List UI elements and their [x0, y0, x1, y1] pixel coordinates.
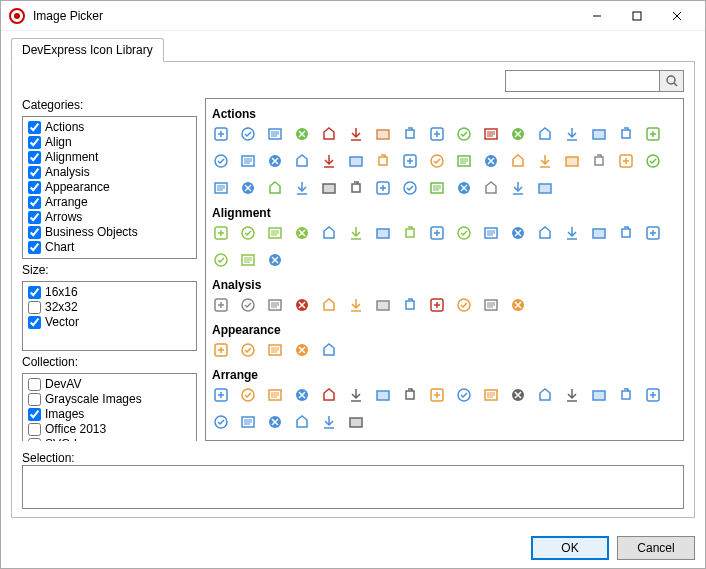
icon-up[interactable]	[536, 179, 553, 196]
icon-cut[interactable]	[563, 125, 580, 142]
icon-grid[interactable]	[401, 152, 418, 169]
category-item-appearance[interactable]: Appearance	[28, 180, 191, 195]
icon-ar6[interactable]	[347, 386, 364, 403]
icon-ar14[interactable]	[563, 386, 580, 403]
category-checkbox[interactable]	[28, 166, 41, 179]
icon-an6[interactable]	[347, 296, 364, 313]
icon-ar10[interactable]	[455, 386, 472, 403]
collection-checkbox[interactable]	[28, 408, 41, 421]
icon-an8[interactable]	[401, 296, 418, 313]
icon-ar1[interactable]	[212, 386, 229, 403]
icon-edit[interactable]	[266, 152, 283, 169]
category-checkbox[interactable]	[28, 151, 41, 164]
icon-edit2[interactable]	[293, 152, 310, 169]
size-checkbox[interactable]	[28, 316, 41, 329]
icon-al20[interactable]	[266, 251, 283, 268]
icon-doc[interactable]	[590, 125, 607, 142]
icon-an3[interactable]	[266, 296, 283, 313]
icon-group[interactable]	[428, 152, 445, 169]
category-checkbox[interactable]	[28, 196, 41, 209]
category-item-business-objects[interactable]: Business Objects	[28, 225, 191, 240]
icon-close2[interactable]	[482, 125, 499, 142]
icon-merge[interactable]	[455, 152, 472, 169]
icon-ar13[interactable]	[536, 386, 553, 403]
collection-item-devav[interactable]: DevAV	[28, 377, 191, 392]
icon-drop[interactable]	[644, 125, 661, 142]
icon-al8[interactable]	[401, 224, 418, 241]
icon-ar11[interactable]	[482, 386, 499, 403]
size-item-vector[interactable]: Vector	[28, 315, 191, 330]
icon-clear-format[interactable]	[401, 125, 418, 142]
icon-add-item[interactable]	[266, 125, 283, 142]
icon-form[interactable]	[347, 152, 364, 169]
size-checkbox[interactable]	[28, 301, 41, 314]
icon-show[interactable]	[374, 179, 391, 196]
icon-add[interactable]	[212, 125, 229, 142]
icon-new[interactable]	[482, 152, 499, 169]
collection-checkbox[interactable]	[28, 423, 41, 436]
collection-item-office-2013[interactable]: Office 2013	[28, 422, 191, 437]
category-checkbox[interactable]	[28, 181, 41, 194]
icon-al15[interactable]	[590, 224, 607, 241]
icon-an4[interactable]	[293, 296, 310, 313]
icon-upload[interactable]	[509, 179, 526, 196]
icon-al16[interactable]	[617, 224, 634, 241]
icon-ab[interactable]	[212, 152, 229, 169]
icon-al11[interactable]	[482, 224, 499, 241]
icon-convert[interactable]	[509, 125, 526, 142]
icon-erase[interactable]	[320, 152, 337, 169]
collection-checkbox[interactable]	[28, 393, 41, 406]
icon-select2[interactable]	[347, 179, 364, 196]
icon-next[interactable]	[293, 179, 310, 196]
icon-undo[interactable]	[239, 179, 256, 196]
icon-ap5[interactable]	[320, 341, 337, 358]
category-item-actions[interactable]: Actions	[28, 120, 191, 135]
icon-split[interactable]	[428, 179, 445, 196]
size-checkbox[interactable]	[28, 286, 41, 299]
icon-ar17[interactable]	[644, 386, 661, 403]
icon-ap1[interactable]	[212, 341, 229, 358]
icon-al1[interactable]	[212, 224, 229, 241]
collection-item-grayscale-images[interactable]: Grayscale Images	[28, 392, 191, 407]
category-checkbox[interactable]	[28, 211, 41, 224]
collection-item-svg-images[interactable]: SVG Images	[28, 437, 191, 441]
icon-ar5[interactable]	[320, 386, 337, 403]
collection-checkbox[interactable]	[28, 378, 41, 391]
search-input[interactable]	[505, 70, 660, 92]
icon-ar19[interactable]	[239, 413, 256, 430]
icon-open3[interactable]	[563, 152, 580, 169]
icon-cancel[interactable]	[347, 125, 364, 142]
icon-ar18[interactable]	[212, 413, 229, 430]
icon-squeeze[interactable]	[455, 179, 472, 196]
icon-remove[interactable]	[212, 179, 229, 196]
icon-al7[interactable]	[374, 224, 391, 241]
icon-clip[interactable]	[428, 125, 445, 142]
icon-ar23[interactable]	[347, 413, 364, 430]
category-item-arrows[interactable]: Arrows	[28, 210, 191, 225]
category-checkbox[interactable]	[28, 226, 41, 239]
icon-refresh[interactable]	[266, 179, 283, 196]
icon-form2[interactable]	[374, 152, 391, 169]
category-item-arrange[interactable]: Arrange	[28, 195, 191, 210]
icon-al6[interactable]	[347, 224, 364, 241]
icon-al14[interactable]	[563, 224, 580, 241]
icon-an10[interactable]	[455, 296, 472, 313]
category-checkbox[interactable]	[28, 241, 41, 254]
icon-redo[interactable]	[644, 152, 661, 169]
icon-select[interactable]	[320, 179, 337, 196]
category-item-align[interactable]: Align	[28, 135, 191, 150]
icon-add-file[interactable]	[239, 125, 256, 142]
icon-open2[interactable]	[536, 152, 553, 169]
icon-an5[interactable]	[320, 296, 337, 313]
icon-ap4[interactable]	[293, 341, 310, 358]
cancel-button[interactable]: Cancel	[617, 536, 695, 560]
icon-close[interactable]	[455, 125, 472, 142]
category-checkbox[interactable]	[28, 136, 41, 149]
icon-download[interactable]	[617, 125, 634, 142]
icon-ap3[interactable]	[266, 341, 283, 358]
category-item-alignment[interactable]: Alignment	[28, 150, 191, 165]
icon-bookmark[interactable]	[320, 125, 337, 142]
icon-ar7[interactable]	[374, 386, 391, 403]
maximize-button[interactable]	[617, 2, 657, 30]
icon-al9[interactable]	[428, 224, 445, 241]
